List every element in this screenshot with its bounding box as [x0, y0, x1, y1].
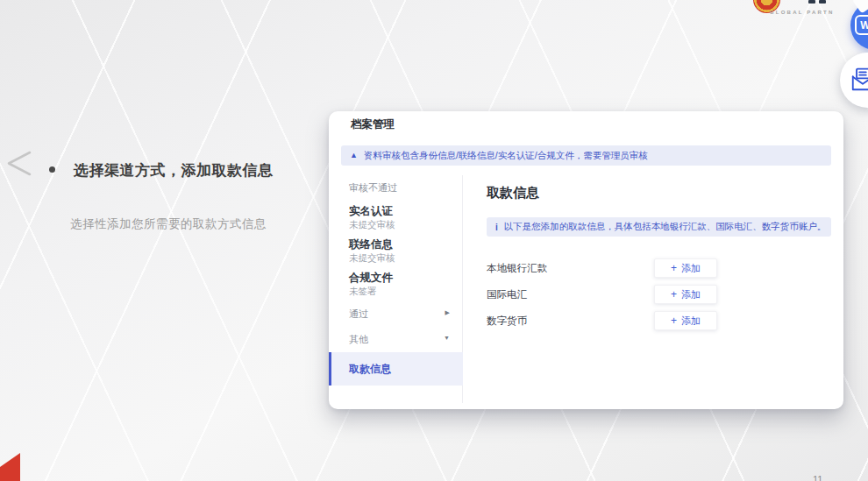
withdrawal-info-banner: i 以下是您添加的取款信息，具体包括本地银行汇款、国际电汇、数字货币账户。	[487, 217, 831, 237]
sidebar-item-realname[interactable]: 实名认证	[349, 204, 393, 219]
row-label: 本地银行汇款	[487, 263, 547, 273]
red-accent-shape	[0, 453, 20, 481]
page-corner-icon	[852, 0, 868, 14]
panel-title: 档案管理	[351, 117, 395, 132]
row-digital-currency: 数字货币 + 添加	[487, 311, 831, 330]
add-digital-currency-button[interactable]: + 添加	[654, 311, 717, 330]
add-international-wire-button[interactable]: + 添加	[654, 285, 717, 304]
plus-icon: +	[671, 315, 677, 326]
row-label: 国际电汇	[487, 289, 527, 300]
panel-sidebar: 审核不通过 实名认证 未提交审核 联络信息 未提交审核 合规文件 未签署 通过 …	[329, 175, 463, 403]
info-text: 以下是您添加的取款信息，具体包括本地银行汇款、国际电汇、数字货币账户。	[504, 221, 827, 233]
profile-panel: 档案管理 ▲ 资料审核包含身份信息/联络信息/实名认证/合规文件，需要管理员审核…	[329, 111, 843, 409]
sidebar-item-contact[interactable]: 联络信息	[349, 237, 393, 252]
panel-main: 取款信息 i 以下是您添加的取款信息，具体包括本地银行汇款、国际电汇、数字货币账…	[487, 175, 831, 403]
bullet-icon	[49, 166, 55, 173]
back-chevron-icon[interactable]	[4, 150, 33, 177]
sidebar-group-other[interactable]: 其他	[349, 333, 368, 346]
sidebar-status-contact: 未提交审核	[349, 252, 395, 265]
review-warning-banner: ▲ 资料审核包含身份信息/联络信息/实名认证/合规文件，需要管理员审核	[341, 145, 831, 166]
chevron-right-icon[interactable]: ▶	[445, 309, 450, 316]
plus-icon: +	[671, 289, 677, 300]
slide-subtitle: 选择性添加您所需要的取款方式信息	[70, 216, 267, 232]
sidebar-status-realname: 未提交审核	[349, 219, 395, 231]
mail-widget-button[interactable]	[840, 53, 868, 108]
sidebar-item-withdrawal-info[interactable]: 取款信息	[329, 352, 463, 386]
warning-text: 资料审核包含身份信息/联络信息/实名认证/合规文件，需要管理员审核	[364, 150, 648, 162]
global-partner-label: GLOBAL PARTN	[770, 10, 835, 15]
w-document-icon: W	[855, 15, 868, 35]
plus-icon: +	[671, 263, 677, 273]
open-envelope-icon	[848, 67, 868, 93]
chevron-down-icon[interactable]: ▼	[444, 335, 450, 341]
word-widget-button[interactable]: W	[850, 1, 868, 50]
row-local-bank: 本地银行汇款 + 添加	[487, 258, 831, 278]
sidebar-group-review-failed[interactable]: 审核不通过	[349, 181, 397, 195]
sidebar-group-passed[interactable]: 通过	[349, 308, 368, 321]
sidebar-item-compliance[interactable]: 合规文件	[349, 271, 393, 286]
add-local-bank-button[interactable]: + 添加	[654, 258, 717, 278]
info-icon: i	[495, 223, 498, 232]
slide: 选择渠道方式，添加取款信息 选择性添加您所需要的取款方式信息 档案管理 ▲ 资料…	[0, 0, 868, 481]
page-number: 11	[813, 474, 822, 481]
warning-icon: ▲	[350, 152, 358, 159]
row-international-wire: 国际电汇 + 添加	[487, 285, 831, 304]
sidebar-active-label: 取款信息	[349, 362, 391, 377]
withdrawal-heading: 取款信息	[487, 185, 539, 202]
slide-title: 选择渠道方式，添加取款信息	[74, 160, 274, 180]
row-label: 数字货币	[487, 315, 527, 326]
sidebar-status-compliance: 未签署	[349, 286, 377, 298]
brand-text-fragment	[819, 0, 826, 4]
brand-text-fragment	[808, 0, 815, 4]
